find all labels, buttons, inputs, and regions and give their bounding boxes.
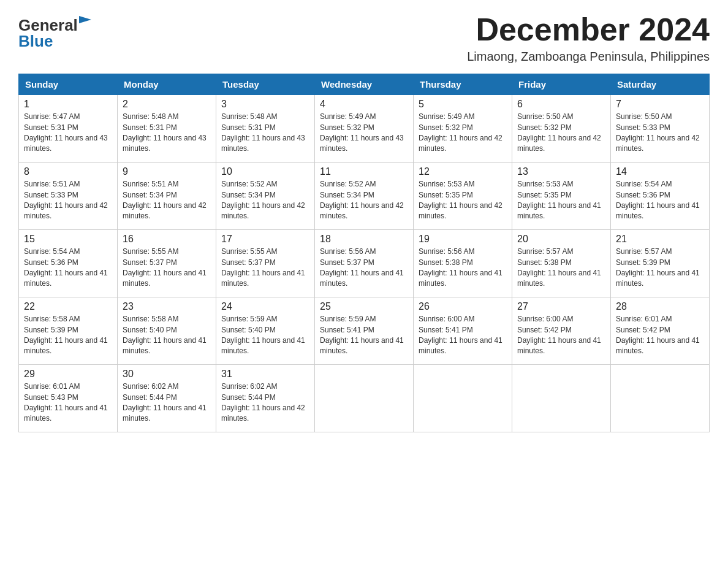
day-info: Sunrise: 6:02 AMSunset: 5:44 PMDaylight:… (221, 381, 309, 424)
col-saturday: Saturday (611, 74, 710, 95)
week-row-4: 22 Sunrise: 5:58 AMSunset: 5:39 PMDaylig… (19, 297, 710, 365)
table-row: 21 Sunrise: 5:57 AMSunset: 5:39 PMDaylig… (611, 230, 710, 297)
week-row-3: 15 Sunrise: 5:54 AMSunset: 5:36 PMDaylig… (19, 230, 710, 297)
day-number: 19 (419, 234, 507, 245)
day-info: Sunrise: 5:56 AMSunset: 5:37 PMDaylight:… (320, 247, 408, 289)
day-number: 28 (616, 301, 704, 312)
day-info: Sunrise: 5:53 AMSunset: 5:35 PMDaylight:… (419, 179, 507, 222)
table-row: 2 Sunrise: 5:48 AMSunset: 5:31 PMDayligh… (118, 95, 216, 163)
table-row: 1 Sunrise: 5:47 AMSunset: 5:31 PMDayligh… (19, 95, 118, 163)
logo-blue-text: Blue (18, 33, 53, 49)
day-info: Sunrise: 5:59 AMSunset: 5:40 PMDaylight:… (221, 314, 309, 357)
day-info: Sunrise: 5:51 AMSunset: 5:34 PMDaylight:… (123, 179, 211, 222)
table-row (611, 365, 710, 432)
table-row: 13 Sunrise: 5:53 AMSunset: 5:35 PMDaylig… (512, 163, 611, 230)
day-number: 6 (517, 99, 605, 110)
day-number: 25 (320, 301, 408, 312)
day-info: Sunrise: 5:48 AMSunset: 5:31 PMDaylight:… (221, 112, 309, 155)
col-sunday: Sunday (19, 74, 118, 95)
day-number: 11 (320, 166, 408, 177)
table-row: 25 Sunrise: 5:59 AMSunset: 5:41 PMDaylig… (315, 297, 414, 365)
day-number: 12 (419, 166, 507, 177)
table-row: 12 Sunrise: 5:53 AMSunset: 5:35 PMDaylig… (414, 163, 512, 230)
day-number: 14 (616, 166, 704, 177)
week-row-5: 29 Sunrise: 6:01 AMSunset: 5:43 PMDaylig… (19, 365, 710, 432)
day-info: Sunrise: 5:54 AMSunset: 5:36 PMDaylight:… (24, 247, 112, 289)
day-number: 16 (123, 234, 211, 245)
day-info: Sunrise: 5:57 AMSunset: 5:39 PMDaylight:… (616, 247, 704, 289)
day-info: Sunrise: 5:53 AMSunset: 5:35 PMDaylight:… (517, 179, 605, 222)
table-row: 26 Sunrise: 6:00 AMSunset: 5:41 PMDaylig… (414, 297, 512, 365)
table-row: 10 Sunrise: 5:52 AMSunset: 5:34 PMDaylig… (216, 163, 315, 230)
day-info: Sunrise: 5:51 AMSunset: 5:33 PMDaylight:… (24, 179, 112, 222)
table-row (315, 365, 414, 432)
header: General Blue December 2024 Limaong, Zamb… (18, 12, 710, 64)
table-row: 9 Sunrise: 5:51 AMSunset: 5:34 PMDayligh… (118, 163, 216, 230)
day-info: Sunrise: 5:47 AMSunset: 5:31 PMDaylight:… (24, 112, 112, 155)
table-row: 14 Sunrise: 5:54 AMSunset: 5:36 PMDaylig… (611, 163, 710, 230)
table-row (512, 365, 611, 432)
col-wednesday: Wednesday (315, 74, 414, 95)
day-number: 22 (24, 301, 112, 312)
table-row: 20 Sunrise: 5:57 AMSunset: 5:38 PMDaylig… (512, 230, 611, 297)
table-row (414, 365, 512, 432)
day-info: Sunrise: 5:54 AMSunset: 5:36 PMDaylight:… (616, 179, 704, 222)
col-friday: Friday (512, 74, 611, 95)
day-info: Sunrise: 5:59 AMSunset: 5:41 PMDaylight:… (320, 314, 408, 357)
table-row: 7 Sunrise: 5:50 AMSunset: 5:33 PMDayligh… (611, 95, 710, 163)
table-row: 17 Sunrise: 5:55 AMSunset: 5:37 PMDaylig… (216, 230, 315, 297)
day-info: Sunrise: 5:50 AMSunset: 5:33 PMDaylight:… (616, 112, 704, 155)
title-area: December 2024 Limaong, Zamboanga Peninsu… (467, 12, 710, 64)
table-row: 27 Sunrise: 6:00 AMSunset: 5:42 PMDaylig… (512, 297, 611, 365)
logo-flag-icon (79, 16, 91, 28)
location-subtitle: Limaong, Zamboanga Peninsula, Philippine… (467, 50, 710, 64)
table-row: 5 Sunrise: 5:49 AMSunset: 5:32 PMDayligh… (414, 95, 512, 163)
calendar-table: Sunday Monday Tuesday Wednesday Thursday… (18, 74, 710, 432)
day-info: Sunrise: 5:55 AMSunset: 5:37 PMDaylight:… (221, 247, 309, 289)
day-number: 21 (616, 234, 704, 245)
col-monday: Monday (118, 74, 216, 95)
day-number: 9 (123, 166, 211, 177)
day-number: 29 (24, 369, 112, 380)
week-row-1: 1 Sunrise: 5:47 AMSunset: 5:31 PMDayligh… (19, 95, 710, 163)
day-number: 23 (123, 301, 211, 312)
day-number: 13 (517, 166, 605, 177)
table-row: 24 Sunrise: 5:59 AMSunset: 5:40 PMDaylig… (216, 297, 315, 365)
logo-general-text: General (18, 17, 78, 33)
day-info: Sunrise: 5:52 AMSunset: 5:34 PMDaylight:… (320, 179, 408, 222)
day-info: Sunrise: 5:58 AMSunset: 5:39 PMDaylight:… (24, 314, 112, 357)
day-info: Sunrise: 6:01 AMSunset: 5:43 PMDaylight:… (24, 381, 112, 424)
table-row: 18 Sunrise: 5:56 AMSunset: 5:37 PMDaylig… (315, 230, 414, 297)
table-row: 22 Sunrise: 5:58 AMSunset: 5:39 PMDaylig… (19, 297, 118, 365)
col-tuesday: Tuesday (216, 74, 315, 95)
day-info: Sunrise: 5:49 AMSunset: 5:32 PMDaylight:… (419, 112, 507, 155)
table-row: 8 Sunrise: 5:51 AMSunset: 5:33 PMDayligh… (19, 163, 118, 230)
table-row: 19 Sunrise: 5:56 AMSunset: 5:38 PMDaylig… (414, 230, 512, 297)
table-row: 11 Sunrise: 5:52 AMSunset: 5:34 PMDaylig… (315, 163, 414, 230)
day-number: 17 (221, 234, 309, 245)
day-number: 15 (24, 234, 112, 245)
day-number: 20 (517, 234, 605, 245)
day-number: 27 (517, 301, 605, 312)
table-row: 31 Sunrise: 6:02 AMSunset: 5:44 PMDaylig… (216, 365, 315, 432)
day-number: 3 (221, 99, 309, 110)
svg-marker-0 (79, 16, 91, 23)
calendar-header-row: Sunday Monday Tuesday Wednesday Thursday… (19, 74, 710, 95)
day-info: Sunrise: 6:00 AMSunset: 5:41 PMDaylight:… (419, 314, 507, 357)
day-number: 30 (123, 369, 211, 380)
table-row: 16 Sunrise: 5:55 AMSunset: 5:37 PMDaylig… (118, 230, 216, 297)
day-number: 8 (24, 166, 112, 177)
day-info: Sunrise: 5:52 AMSunset: 5:34 PMDaylight:… (221, 179, 309, 222)
day-info: Sunrise: 5:58 AMSunset: 5:40 PMDaylight:… (123, 314, 211, 357)
day-number: 10 (221, 166, 309, 177)
day-info: Sunrise: 5:57 AMSunset: 5:38 PMDaylight:… (517, 247, 605, 289)
day-number: 7 (616, 99, 704, 110)
table-row: 6 Sunrise: 5:50 AMSunset: 5:32 PMDayligh… (512, 95, 611, 163)
day-info: Sunrise: 6:00 AMSunset: 5:42 PMDaylight:… (517, 314, 605, 357)
day-number: 18 (320, 234, 408, 245)
table-row: 28 Sunrise: 6:01 AMSunset: 5:42 PMDaylig… (611, 297, 710, 365)
col-thursday: Thursday (414, 74, 512, 95)
day-info: Sunrise: 5:56 AMSunset: 5:38 PMDaylight:… (419, 247, 507, 289)
day-number: 1 (24, 99, 112, 110)
week-row-2: 8 Sunrise: 5:51 AMSunset: 5:33 PMDayligh… (19, 163, 710, 230)
